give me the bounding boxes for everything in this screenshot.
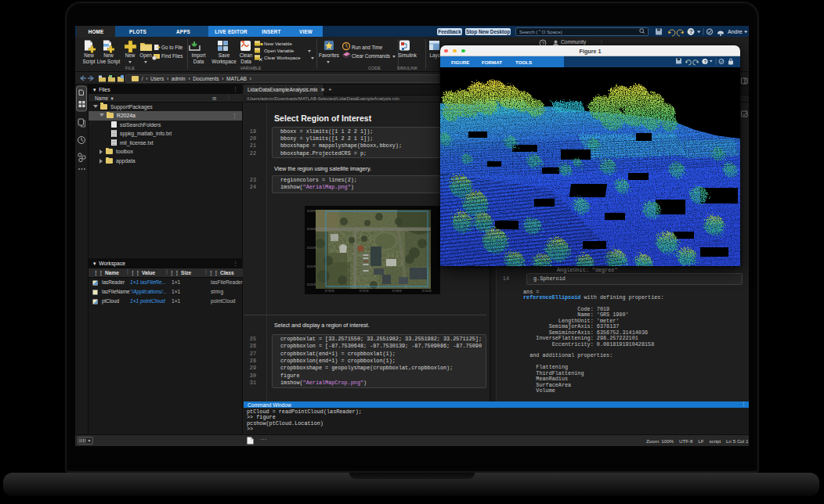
svg-text:87.756°W: 87.756°W xyxy=(325,290,334,293)
svg-text:87.748°W: 87.748°W xyxy=(392,290,402,293)
svg-text:33.252°N: 33.252°N xyxy=(307,265,316,268)
svg-text:?: ? xyxy=(704,59,707,64)
svg-text:33.254°N: 33.254°N xyxy=(307,247,316,250)
svg-text:87.744°W: 87.744°W xyxy=(422,290,432,293)
svg-text:33.256°N: 33.256°N xyxy=(307,228,316,231)
svg-text:33.250°N: 33.250°N xyxy=(307,283,316,286)
svg-text:33.258°N: 33.258°N xyxy=(307,210,316,213)
svg-text:Andre: Andre xyxy=(728,29,743,34)
svg-text:87.752°W: 87.752°W xyxy=(360,290,369,293)
svg-text:?: ? xyxy=(689,28,693,35)
